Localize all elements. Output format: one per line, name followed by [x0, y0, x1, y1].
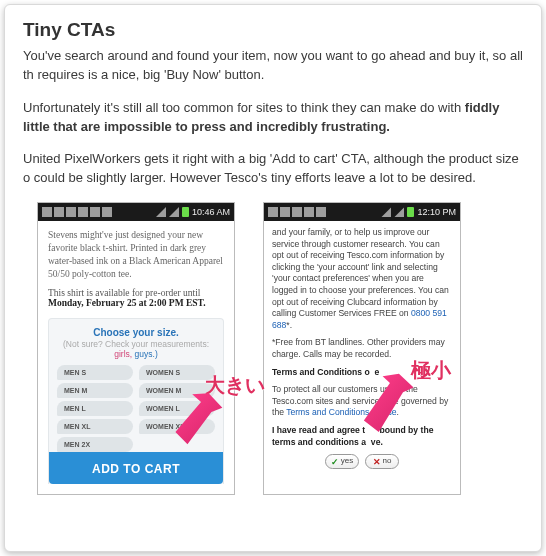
choose-size-label: Choose your size.: [57, 327, 215, 338]
terms-p-b: .: [397, 407, 399, 417]
tesco-optout-text: and your family, or to help us improve o…: [272, 227, 452, 331]
document-card: Tiny CTAs You've search around and found…: [4, 4, 542, 552]
p2-plain: Unfortunately it's still all too common …: [23, 100, 465, 115]
hint-girls-link[interactable]: girls,: [114, 349, 132, 359]
size-option[interactable]: MEN L: [57, 401, 133, 416]
check-icon: ✓: [331, 456, 339, 468]
size-option[interactable]: MEN M: [57, 383, 133, 398]
yes-no-row: ✓yes ✕no: [272, 454, 452, 469]
optout-a: and your family, or to help us improve o…: [272, 227, 449, 318]
size-option[interactable]: WOMEN XL: [139, 419, 215, 434]
avail-date: Monday, February 25 at 2:00 PM EST.: [48, 298, 206, 308]
section-heading: Tiny CTAs: [23, 19, 523, 41]
x-icon: ✕: [373, 456, 381, 468]
terms-link[interactable]: Terms and Conditions of Use: [286, 407, 396, 417]
size-hint: (Not sure? Check your measurements: girl…: [57, 339, 215, 359]
agree-c: ve.: [371, 437, 383, 447]
signal-icon: [156, 207, 166, 217]
phone-tesco: 12:10 PM and your family, or to help us …: [263, 202, 461, 495]
phone2-body: and your family, or to help us improve o…: [264, 221, 460, 477]
document-frame: Tiny CTAs You've search around and found…: [0, 0, 546, 556]
android-statusbar: 12:10 PM: [264, 203, 460, 221]
battery-icon: [407, 207, 414, 217]
size-option[interactable]: WOMEN L: [139, 401, 215, 416]
intro-paragraph-1: You've search around and found your item…: [23, 47, 523, 85]
hint-b: your measurements:: [132, 339, 209, 349]
product-description: Stevens might've just designed your new …: [48, 229, 224, 280]
no-button[interactable]: ✕no: [365, 454, 399, 469]
android-statusbar: 10:46 AM: [38, 203, 234, 221]
size-option[interactable]: MEN 2X: [57, 437, 133, 452]
availability-text: This shirt is available for pre-order un…: [48, 288, 224, 308]
signal-icon: [381, 207, 391, 217]
hint-guys-link[interactable]: guys.): [135, 349, 158, 359]
status-icon: [90, 207, 100, 217]
status-icon: [280, 207, 290, 217]
no-label: no: [383, 456, 392, 467]
statusbar-time: 12:10 PM: [417, 207, 456, 217]
terms-heading: Terms and Conditions o..e: [272, 367, 452, 379]
terms-paragraph: To protect all our customers use of the …: [272, 384, 452, 419]
yes-label: yes: [341, 456, 353, 467]
add-to-cart-button[interactable]: ADD TO CART: [49, 452, 223, 484]
tesco-freefrom-text: *Free from BT landlines. Other providers…: [272, 337, 452, 360]
terms-b: e: [375, 367, 380, 377]
status-icon: [316, 207, 326, 217]
hint-a: (Not sure? Check: [63, 339, 129, 349]
signal-icon: [169, 207, 179, 217]
status-icon: [42, 207, 52, 217]
statusbar-time: 10:46 AM: [192, 207, 230, 217]
screenshot-row: 10:46 AM Stevens might've just designed …: [23, 202, 523, 495]
size-option[interactable]: WOMEN M: [139, 383, 215, 398]
phone1-body: Stevens might've just designed your new …: [38, 221, 234, 494]
size-grid: MEN S WOMEN S MEN M WOMEN M MEN L WOMEN …: [57, 365, 215, 452]
terms-a: Terms and Conditions o: [272, 367, 370, 377]
avail-prefix: This shirt is available for pre-order un…: [48, 288, 200, 298]
phone-pixelworkers: 10:46 AM Stevens might've just designed …: [37, 202, 235, 495]
size-option[interactable]: WOMEN S: [139, 365, 215, 380]
size-option[interactable]: MEN XL: [57, 419, 133, 434]
yes-button[interactable]: ✓yes: [325, 454, 359, 469]
battery-icon: [182, 207, 189, 217]
optout-b: *.: [286, 320, 292, 330]
intro-paragraph-2: Unfortunately it's still all too common …: [23, 99, 523, 137]
status-left: [42, 207, 112, 217]
status-icon: [292, 207, 302, 217]
status-icon: [268, 207, 278, 217]
status-icon: [54, 207, 64, 217]
intro-paragraph-3: United PixelWorkers gets it right with a…: [23, 150, 523, 188]
status-left: [268, 207, 326, 217]
status-icon: [102, 207, 112, 217]
signal-icon: [394, 207, 404, 217]
status-icon: [304, 207, 314, 217]
status-right: 10:46 AM: [156, 207, 230, 217]
status-icon: [78, 207, 88, 217]
status-right: 12:10 PM: [381, 207, 456, 217]
agree-text: I have read and agree txxxbound by the t…: [272, 425, 452, 448]
agree-a: I have read and agree t: [272, 425, 365, 435]
size-chooser: Choose your size. (Not sure? Check your …: [48, 318, 224, 484]
status-icon: [66, 207, 76, 217]
size-option[interactable]: MEN S: [57, 365, 133, 380]
